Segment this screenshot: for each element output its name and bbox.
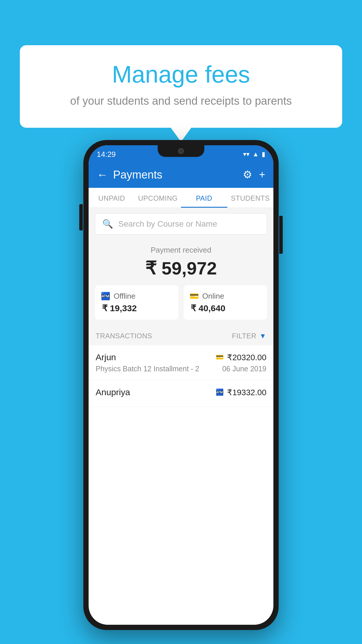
transaction-name: Anupriya [96, 387, 130, 397]
back-button[interactable]: ← [97, 169, 108, 180]
filter-icon: ▼ [259, 332, 266, 340]
payment-type-icon: 💳 [216, 354, 224, 361]
transaction-bottom: Physics Batch 12 Installment - 2 06 June… [96, 365, 266, 373]
transactions-list: Arjun 💳 ₹20320.00 Physics Batch 12 Insta… [89, 345, 273, 407]
speech-bubble: Manage fees of your students and send re… [20, 45, 342, 128]
transaction-amount-container: 💳 ₹20320.00 [216, 353, 266, 362]
offline-type: Offline [114, 292, 136, 301]
offline-card-header: 🏧 Offline [101, 292, 136, 301]
phone-notch [158, 145, 204, 157]
transactions-header: TRANSACTIONS FILTER ▼ [89, 327, 273, 345]
search-icon: 🔍 [102, 219, 113, 229]
tab-unpaid[interactable]: UNPAID [89, 188, 135, 208]
payment-received-label: Payment received [95, 246, 267, 255]
bubble-subtitle: of your students and send receipts to pa… [37, 93, 325, 109]
plus-icon[interactable]: + [259, 169, 265, 181]
transaction-top: Arjun 💳 ₹20320.00 [96, 352, 266, 362]
offline-icon: 🏧 [101, 292, 110, 301]
table-row[interactable]: Arjun 💳 ₹20320.00 Physics Batch 12 Insta… [89, 345, 273, 380]
filter-label: FILTER [232, 332, 256, 340]
payment-cards: 🏧 Offline ₹ 19,332 💳 Online ₹ 40,640 [95, 285, 267, 320]
phone-mockup: 14:29 ▾▾ ▲ ▮ ← Payments ⚙ + [83, 140, 279, 630]
wifi-icon: ▾▾ [243, 150, 249, 158]
tab-upcoming[interactable]: UPCOMING [135, 188, 181, 208]
online-card: 💳 Online ₹ 40,640 [184, 285, 267, 320]
tabs-container: UNPAID UPCOMING PAID STUDENTS [89, 188, 273, 208]
offline-card: 🏧 Offline ₹ 19,332 [95, 285, 178, 320]
online-icon: 💳 [189, 292, 199, 301]
payment-type-icon: 🏧 [216, 388, 224, 396]
search-container: 🔍 Search by Course or Name [89, 208, 273, 240]
notch-camera [178, 148, 184, 154]
online-card-header: 💳 Online [189, 292, 224, 301]
transaction-amount: ₹20320.00 [227, 353, 266, 362]
transaction-amount: ₹19332.00 [227, 388, 266, 397]
phone-inner: 14:29 ▾▾ ▲ ▮ ← Payments ⚙ + [89, 145, 273, 625]
header-left: ← Payments [97, 169, 162, 181]
transaction-date: 06 June 2019 [222, 365, 266, 373]
header-right: ⚙ + [243, 169, 265, 181]
tab-students[interactable]: STUDENTS [227, 188, 274, 208]
gear-icon[interactable]: ⚙ [243, 169, 252, 181]
transaction-course: Physics Batch 12 Installment - 2 [96, 365, 199, 373]
bubble-title: Manage fees [37, 61, 325, 88]
online-type: Online [202, 292, 224, 301]
filter-button[interactable]: FILTER ▼ [232, 332, 266, 340]
header-title: Payments [113, 169, 162, 181]
payment-summary: Payment received ₹ 59,972 🏧 Offline ₹ 19… [89, 240, 273, 327]
search-placeholder: Search by Course or Name [118, 219, 217, 229]
status-icons: ▾▾ ▲ ▮ [243, 150, 265, 158]
transaction-top: Anupriya 🏧 ₹19332.00 [96, 387, 266, 397]
app-header: ← Payments ⚙ + [89, 162, 273, 188]
tab-paid[interactable]: PAID [181, 188, 227, 208]
battery-icon: ▮ [262, 150, 265, 158]
offline-amount: ₹ 19,332 [102, 303, 137, 313]
transactions-label: TRANSACTIONS [96, 332, 152, 340]
phone-outer: 14:29 ▾▾ ▲ ▮ ← Payments ⚙ + [83, 140, 279, 630]
table-row[interactable]: Anupriya 🏧 ₹19332.00 [89, 380, 273, 407]
search-bar[interactable]: 🔍 Search by Course or Name [95, 213, 267, 235]
signal-icon: ▲ [252, 150, 259, 158]
transaction-name: Arjun [96, 352, 116, 362]
transaction-amount-container: 🏧 ₹19332.00 [216, 388, 266, 397]
online-amount: ₹ 40,640 [191, 303, 225, 313]
speech-bubble-container: Manage fees of your students and send re… [20, 45, 342, 128]
payment-total-amount: ₹ 59,972 [95, 258, 267, 279]
status-time: 14:29 [97, 150, 116, 159]
